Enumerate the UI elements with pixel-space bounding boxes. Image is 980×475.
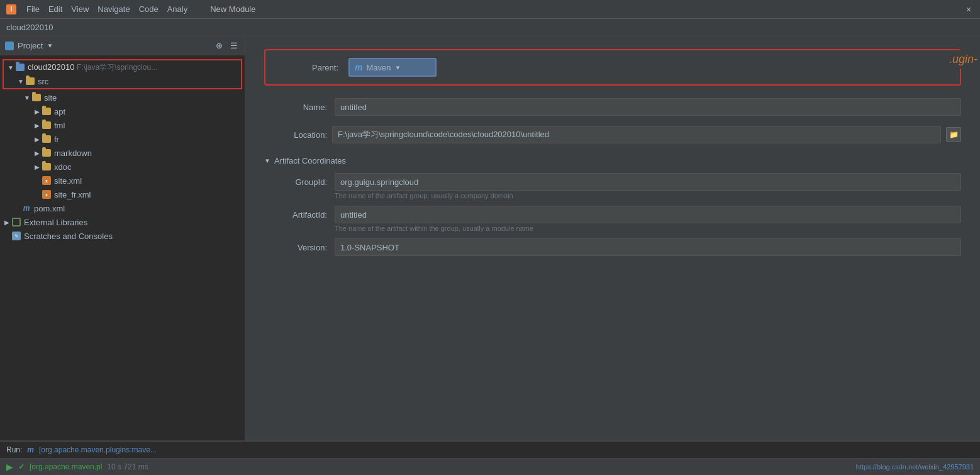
xml-icon-site: x xyxy=(42,176,52,186)
browse-button[interactable]: 📁 xyxy=(946,127,961,142)
site-fr-xml-label: site_fr.xml xyxy=(54,190,91,199)
tree-item-pom-xml[interactable]: m pom.xml xyxy=(0,201,245,215)
tree-item-fr[interactable]: ▶ fr xyxy=(0,132,245,146)
title-bar-left: I File Edit View Navigate Code Analy New… xyxy=(6,4,964,14)
folder-icon-markdown xyxy=(42,148,52,158)
left-panel: Project ▼ ⊕ ☰ ▼ cloud202010 F:\java学习\sp xyxy=(0,36,245,440)
name-row: Name: xyxy=(264,98,961,116)
panel-title: Project xyxy=(18,41,43,50)
tree-item-site-xml[interactable]: x site.xml xyxy=(0,174,245,187)
add-module-icon[interactable]: ⊕ xyxy=(213,40,225,52)
close-button[interactable]: × xyxy=(964,4,974,14)
tree-item-fml[interactable]: ▶ fml xyxy=(0,118,245,132)
artifact-title: Artifact Coordinates xyxy=(274,156,346,165)
xdoc-label: xdoc xyxy=(54,162,71,172)
folder-icon-apt xyxy=(42,106,52,116)
apt-label: apt xyxy=(54,107,65,116)
tree-item-apt[interactable]: ▶ apt xyxy=(0,104,245,118)
title-bar: I File Edit View Navigate Code Analy New… xyxy=(0,0,980,19)
scratches-label: Scratches and Consoles xyxy=(24,232,113,241)
dialog-content: Parent: m Maven ▼ Name: Location: 📁 xyxy=(245,36,980,440)
artifact-section: ▼ Artifact Coordinates GroupId: The name… xyxy=(264,156,961,256)
expand-markdown-icon: ▶ xyxy=(33,148,42,157)
site-xml-label: site.xml xyxy=(54,176,82,186)
folder-icon-root xyxy=(15,62,25,72)
play-button[interactable]: ▶ xyxy=(6,462,13,472)
menu-code[interactable]: Code xyxy=(139,4,159,14)
menu-view[interactable]: View xyxy=(71,4,89,14)
dropdown-arrow-icon: ▼ xyxy=(394,64,401,71)
run-label: Run: xyxy=(6,445,22,454)
maven-icon-pom: m xyxy=(21,203,31,213)
folder-icon-fml xyxy=(42,120,52,130)
expand-fr-icon: ▶ xyxy=(33,135,42,143)
fr-label: fr xyxy=(54,135,59,144)
name-label: Name: xyxy=(264,103,327,112)
bottom-bar: Run: m [org.apache.maven.plugins:mave...… xyxy=(0,440,980,475)
folder-icon-header xyxy=(5,42,14,50)
run-maven-icon: m xyxy=(27,445,34,454)
menu-file[interactable]: File xyxy=(26,4,40,14)
tree-item-site-fr-xml[interactable]: x site_fr.xml xyxy=(0,187,245,201)
dialog-title: New Module xyxy=(210,4,255,14)
name-input[interactable] xyxy=(335,98,961,116)
maven-m-icon: m xyxy=(355,62,362,72)
version-input[interactable] xyxy=(335,238,961,256)
groupid-hint: The name of the artifact group, usually … xyxy=(264,192,961,199)
run-task: [org.apache.maven.plugins:mave... xyxy=(39,445,157,454)
tree-item-markdown[interactable]: ▶ markdown xyxy=(0,146,245,160)
expand-apt-icon: ▶ xyxy=(33,107,42,116)
artifactid-label: ArtifactId: xyxy=(264,210,327,220)
right-side-text: .ugin- xyxy=(947,50,980,69)
fml-label: fml xyxy=(54,121,65,130)
groupid-label: GroupId: xyxy=(264,177,327,187)
collapse-arrow-icon: ▼ xyxy=(6,63,15,72)
location-input[interactable] xyxy=(332,126,941,143)
parent-box: Parent: m Maven ▼ xyxy=(264,49,961,86)
version-row: Version: xyxy=(264,238,961,256)
panel-header-icons: ⊕ ☰ xyxy=(213,40,240,52)
collapse-src-icon: ▼ xyxy=(16,77,25,86)
tree-root-node[interactable]: ▼ cloud202010 F:\java学习\springclou... xyxy=(4,60,241,74)
artifactid-input[interactable] xyxy=(335,206,961,223)
tree-item-src[interactable]: ▼ src xyxy=(4,74,241,88)
menu-navigate[interactable]: Navigate xyxy=(97,4,130,14)
xml-icon-site-fr: x xyxy=(42,189,52,199)
panel-header: Project ▼ ⊕ ☰ xyxy=(0,36,245,55)
run-bar: Run: m [org.apache.maven.plugins:mave... xyxy=(0,441,980,458)
expand-xdoc-icon: ▶ xyxy=(33,162,42,171)
location-label: Location: xyxy=(264,130,327,140)
folder-icon-site xyxy=(31,92,42,103)
build-text: [org.apache.maven.pl xyxy=(30,462,102,471)
menu-analy[interactable]: Analy xyxy=(167,4,188,14)
menu-edit[interactable]: Edit xyxy=(48,4,62,14)
settings-icon[interactable]: ☰ xyxy=(228,40,240,52)
groupid-input[interactable] xyxy=(335,173,961,191)
tree-item-scratches[interactable]: ✎ Scratches and Consoles xyxy=(0,229,245,243)
project-root-box: ▼ cloud202010 F:\java学习\springclou... ▼ … xyxy=(3,59,242,89)
location-row: Location: 📁 xyxy=(264,126,961,143)
folder-icon-fr xyxy=(42,134,52,144)
status-url: https://blog.csdn.net/weixin_42957931 xyxy=(856,463,974,471)
artifactid-row: ArtifactId: xyxy=(264,206,961,223)
tree-item-site[interactable]: ▼ site xyxy=(0,91,245,104)
tree-item-external-libraries[interactable]: ▶ External Libraries xyxy=(0,215,245,229)
right-panel: Parent: m Maven ▼ Name: Location: 📁 xyxy=(245,36,980,440)
pom-xml-label: pom.xml xyxy=(34,204,65,213)
collapse-artifact-icon: ▼ xyxy=(264,157,270,164)
artifact-header[interactable]: ▼ Artifact Coordinates xyxy=(264,156,961,165)
dropdown-arrow-icon[interactable]: ▼ xyxy=(47,42,53,49)
folder-icon-src xyxy=(25,76,35,86)
tree-container: ▼ cloud202010 F:\java学习\springclou... ▼ … xyxy=(0,55,245,440)
tree-item-xdoc[interactable]: ▶ xdoc xyxy=(0,160,245,174)
build-time: 10 s 721 ms xyxy=(107,462,148,471)
app-icon: I xyxy=(6,4,16,14)
project-title-bar: cloud202010 xyxy=(0,19,980,36)
artifactid-hint: The name of the artifact within the grou… xyxy=(264,225,961,232)
build-bar: ▶ ✓ [org.apache.maven.pl 10 s 721 ms htt… xyxy=(0,458,980,475)
collapse-site-icon: ▼ xyxy=(23,93,31,102)
parent-selector[interactable]: m Maven ▼ xyxy=(348,58,437,77)
parent-label: Parent: xyxy=(276,63,338,72)
folder-icon-xdoc xyxy=(42,162,52,172)
expand-ext-icon: ▶ xyxy=(3,218,11,226)
